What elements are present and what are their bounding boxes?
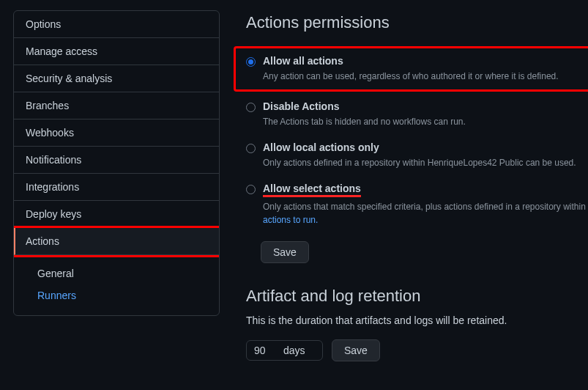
retention-input-group: days	[246, 340, 323, 361]
radio-select-actions[interactable]	[246, 185, 256, 194]
save-retention-button[interactable]: Save	[332, 339, 380, 361]
sidebar-item-security-analysis[interactable]: Security & analysis	[14, 65, 219, 92]
option-local-only[interactable]: Allow local actions only Only actions de…	[246, 137, 588, 178]
option-title: Disable Actions	[263, 100, 588, 112]
sidebar-item-branches[interactable]: Branches	[14, 92, 219, 119]
permissions-heading: Actions permissions	[246, 13, 588, 32]
option-disable[interactable]: Disable Actions The Actions tab is hidde…	[246, 96, 588, 137]
sidebar-item-actions[interactable]: Actions	[14, 228, 219, 255]
permissions-options: Allow all actions Any action can be used…	[246, 46, 588, 235]
learn-more-link[interactable]: actions to run.	[263, 215, 318, 225]
option-select-actions[interactable]: Allow select actions Only actions that m…	[246, 178, 588, 235]
option-title: Allow all actions	[263, 55, 588, 67]
option-allow-all[interactable]: Allow all actions Any action can be used…	[246, 55, 588, 83]
sidebar-item-options[interactable]: Options	[14, 11, 219, 38]
option-desc: Only actions defined in a repository wit…	[263, 156, 588, 169]
sidebar-item-manage-access[interactable]: Manage access	[14, 38, 219, 65]
retention-heading: Artifact and log retention	[246, 287, 588, 306]
option-desc: Any action can be used, regardless of wh…	[263, 70, 588, 83]
sidebar-subitem-general[interactable]: General	[26, 262, 207, 284]
option-desc: The Actions tab is hidden and no workflo…	[263, 115, 588, 128]
save-permissions-button[interactable]: Save	[261, 241, 309, 263]
radio-disable[interactable]	[246, 103, 256, 112]
retention-desc: This is the duration that artifacts and …	[246, 314, 588, 326]
retention-days-input[interactable]	[254, 345, 283, 356]
option-title: Allow local actions only	[263, 141, 588, 153]
settings-sidebar: Options Manage access Security & analysi…	[13, 10, 220, 316]
sidebar-actions-sub: General Runners	[14, 255, 219, 315]
sidebar-item-deploy-keys[interactable]: Deploy keys	[14, 201, 219, 228]
option-title: Allow select actions	[263, 183, 361, 197]
sidebar-subitem-runners[interactable]: Runners	[26, 284, 207, 306]
retention-suffix: days	[283, 345, 305, 356]
sidebar-item-notifications[interactable]: Notifications	[14, 147, 219, 174]
sidebar-item-webhooks[interactable]: Webhooks	[14, 119, 219, 147]
sidebar-item-integrations[interactable]: Integrations	[14, 174, 219, 201]
radio-local-only[interactable]	[246, 144, 256, 153]
option-desc: Only actions that match specified criter…	[263, 200, 588, 227]
radio-allow-all[interactable]	[246, 57, 256, 67]
